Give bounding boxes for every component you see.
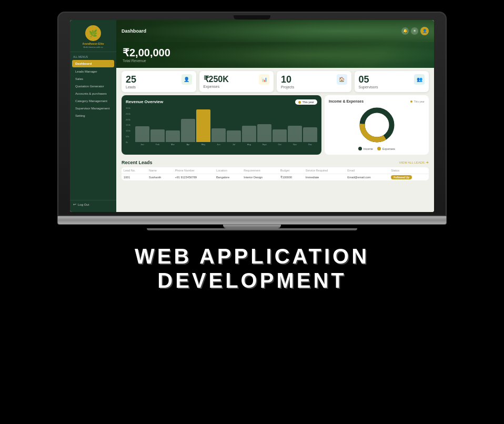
donut-container: Income Expenses [329, 105, 425, 150]
cell-name: Sushanth [147, 174, 173, 181]
cell-email: Email@email.com [345, 174, 389, 181]
col-service: Service Required [304, 167, 346, 174]
legend-expenses: Expenses [377, 147, 395, 150]
sidebar: 🌿 Arandhavan Elite Build dreams with us … [70, 20, 116, 212]
bar-mar: Mar [166, 130, 180, 146]
leads-icon: 👤 [182, 74, 192, 85]
col-budget: Budget [278, 167, 304, 174]
cell-budget: ₹100000 [278, 174, 304, 181]
bottom-text-container: WEB APPLICATION DEVELOPMENT [135, 244, 369, 292]
sidebar-item-accounts[interactable]: Accounts & purchases [72, 90, 114, 97]
logout-icon: ↩ [73, 203, 76, 207]
bar-jun: Jun [211, 128, 226, 146]
bar-may: May [196, 109, 210, 146]
total-revenue-label: Total Revenue [123, 59, 428, 63]
stat-card-projects: 10 🏠 Projects [277, 71, 351, 92]
laptop-stand [223, 225, 281, 228]
col-name: Name [147, 167, 173, 174]
bar-feb: Feb [150, 129, 165, 146]
supervisors-label: Supervisors [359, 85, 425, 89]
view-all-link[interactable]: VIEW ALL LEADS ➜ [399, 160, 429, 165]
sidebar-item-sales[interactable]: Sales [72, 76, 114, 82]
user-avatar[interactable]: 👤 [420, 27, 429, 35]
cell-service: Immediate [304, 174, 346, 181]
laptop-wrapper: 🌿 Arandhavan Elite Build dreams with us … [57, 12, 447, 230]
stats-row: 25 👤 Leads ₹250K 📊 Expenses [116, 68, 434, 95]
supervisors-icon: 👥 [414, 74, 425, 85]
bar-dec: Dec [303, 127, 317, 146]
sidebar-logout[interactable]: ↩ Log Out [70, 200, 116, 209]
projects-label: Projects [281, 85, 347, 89]
sidebar-section-label: All Menus [70, 54, 116, 59]
leads-title: Recent Leads [122, 160, 153, 165]
sidebar-item-dashboard[interactable]: Dashboard [72, 60, 114, 67]
donut-title: Income & Expenses [329, 99, 364, 103]
laptop-base [57, 216, 447, 225]
laptop-foot [147, 228, 357, 230]
chart-dot [298, 101, 301, 104]
sidebar-item-leads[interactable]: Leads Manager [72, 68, 114, 75]
leads-header: Recent Leads VIEW ALL LEADS ➜ [122, 160, 429, 165]
cell-lead-no: 1001 [122, 174, 147, 181]
charts-row: Revenue Overview This year 300k 250k 200… [116, 95, 434, 158]
bar-sept: Sept [257, 124, 271, 146]
laptop-notch [234, 15, 270, 19]
expenses-dot [377, 147, 381, 150]
col-lead-no: Lead No. [122, 167, 147, 174]
logo-subtitle: Build dreams with us [84, 46, 103, 48]
logo-circle: 🌿 [85, 25, 101, 41]
y-axis: 300k 250k 200k 150k 100k 50k 0k [126, 107, 130, 144]
cell-location: Bangalore [214, 174, 241, 181]
sidebar-item-supervisor[interactable]: Supervisor Management [72, 105, 114, 112]
col-email: Email [345, 167, 389, 174]
cell-phone: +91 9123456789 [173, 174, 214, 181]
col-phone: Phone Number [173, 167, 214, 174]
expenses-icon: 📊 [259, 74, 269, 85]
bottom-text-line2: DEVELOPMENT [135, 268, 369, 292]
cell-status: Followed Up [389, 174, 429, 181]
bar-aug: Aug [242, 126, 256, 146]
expenses-number: ₹250K [204, 74, 229, 84]
legend-income: Income [358, 147, 373, 150]
recent-leads-section: Recent Leads VIEW ALL LEADS ➜ Lead No. N… [116, 158, 434, 185]
expenses-label: Expenses [204, 85, 270, 88]
donut-dot [410, 100, 412, 103]
bar-chart: Jan Feb Mar [126, 106, 317, 146]
theme-icon[interactable]: ☀ [411, 27, 418, 35]
revenue-section: ₹2,00,000 Total Revenue [116, 42, 434, 68]
bar-apr: Apr [181, 119, 195, 146]
bell-icon[interactable]: 🔔 [401, 27, 409, 35]
sidebar-item-category[interactable]: Category Management [72, 98, 114, 104]
top-header: Dashboard 🔔 ☀ 👤 [116, 20, 434, 42]
header-title: Dashboard [122, 28, 401, 34]
col-requirement: Requirement [241, 167, 278, 174]
main-content: Dashboard 🔔 ☀ 👤 ₹2,00,000 Total Revenue [116, 20, 434, 212]
stat-card-leads: 25 👤 Leads [122, 71, 196, 92]
col-location: Location [214, 167, 241, 174]
supervisors-number: 05 [359, 74, 369, 85]
total-revenue-amount: ₹2,00,000 [123, 46, 428, 59]
donut-chart-card: Income & Expenses This year [325, 95, 429, 155]
sidebar-logo-area: 🌿 Arandhavan Elite Build dreams with us [70, 23, 116, 52]
header-icons: 🔔 ☀ 👤 [401, 27, 429, 35]
income-dot [358, 147, 362, 150]
stat-card-supervisors: 05 👥 Supervisors [355, 71, 429, 92]
donut-badge: This year [410, 100, 425, 103]
sidebar-item-quotation[interactable]: Quotation Generator [72, 83, 114, 89]
arrow-icon: ➜ [426, 160, 429, 165]
laptop-screen: 🌿 Arandhavan Elite Build dreams with us … [70, 20, 434, 212]
bar-jul: Jul [227, 130, 241, 146]
bar-oct: Oct [273, 129, 287, 146]
projects-number: 10 [281, 74, 291, 85]
donut-legend: Income Expenses [358, 147, 395, 150]
revenue-chart-card: Revenue Overview This year 300k 250k 200… [122, 95, 321, 155]
bottom-text-line1: WEB APPLICATION [135, 244, 369, 268]
revenue-chart-title: Revenue Overview [126, 99, 317, 104]
donut-title-row: Income & Expenses This year [329, 99, 425, 103]
leads-label: Leads [126, 85, 192, 89]
bar-nov: Nov [288, 126, 302, 146]
sidebar-item-setting[interactable]: Setting [72, 113, 114, 119]
laptop-screen-bezel: 🌿 Arandhavan Elite Build dreams with us … [57, 12, 447, 216]
table-row: 1001 Sushanth +91 9123456789 Bangalore I… [122, 174, 429, 181]
cell-requirement: Interior Design [241, 174, 278, 181]
